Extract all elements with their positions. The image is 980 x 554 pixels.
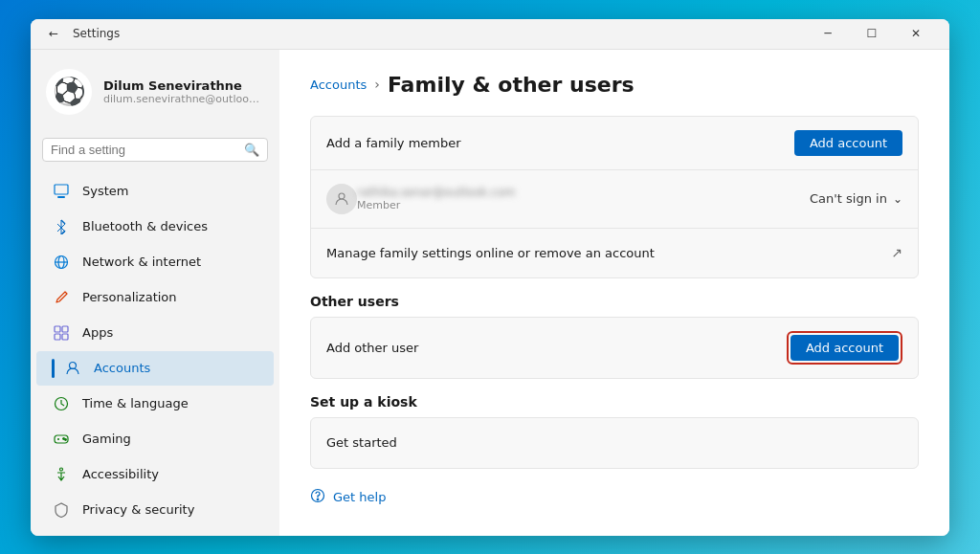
search-box[interactable]: 🔍 [42,138,268,162]
page-title: Family & other users [388,73,635,97]
titlebar: ← Settings ─ ☐ ✕ [31,19,949,50]
member-role: Member [357,199,810,211]
sidebar-item-accessibility[interactable]: Accessibility [36,457,274,492]
svg-rect-0 [55,185,68,194]
user-name: Dilum Senevirathne [103,78,264,93]
accounts-icon [63,359,82,378]
search-input[interactable] [51,143,238,157]
svg-point-16 [63,437,65,439]
accessibility-icon [52,465,71,484]
window-content: ⚽ Dilum Senevirathne dilum.senevirathne@… [31,50,949,536]
sidebar-label-network: Network & internet [82,255,201,269]
sidebar-item-update[interactable]: Windows Update [36,528,274,536]
sidebar-item-bluetooth[interactable]: Bluetooth & devices [36,210,274,244]
svg-rect-8 [62,326,68,332]
sidebar-label-privacy: Privacy & security [82,502,194,517]
gaming-icon [52,430,71,449]
sidebar-label-accounts: Accounts [94,361,150,375]
sidebar-item-gaming[interactable]: Gaming [36,422,274,456]
other-users-card: Add other user Add account [310,317,919,379]
member-email: rathika.senar@outlook.com [357,186,810,199]
kiosk-section: Set up a kiosk Get started [310,394,919,469]
external-link-icon: ↗ [891,245,902,260]
time-icon [52,394,71,413]
cant-sign-in-button[interactable]: Can't sign in ⌄ [810,191,902,206]
system-icon [52,182,71,201]
sidebar-label-personalization: Personalization [82,290,177,304]
manage-family-row[interactable]: Manage family settings online or remove … [311,228,918,277]
avatar: ⚽ [46,69,92,115]
sidebar-item-accounts[interactable]: Accounts [36,351,274,386]
kiosk-get-started-label: Get started [326,435,902,450]
add-other-user-label: Add other user [326,341,775,355]
svg-point-18 [60,468,63,471]
search-icon: 🔍 [244,143,259,157]
bluetooth-icon [52,217,71,236]
sidebar-item-privacy[interactable]: Privacy & security [36,493,274,527]
chevron-down-icon: ⌄ [893,192,902,206]
active-indicator [52,359,55,378]
add-other-user-row: Add other user Add account [311,318,918,378]
add-family-account-button[interactable]: Add account [794,130,902,156]
sidebar: ⚽ Dilum Senevirathne dilum.senevirathne@… [31,50,279,536]
maximize-button[interactable]: ☐ [850,19,894,50]
sidebar-label-time: Time & language [82,396,189,410]
add-family-row: Add a family member Add account [311,117,918,169]
get-help-link[interactable]: Get help [310,488,919,507]
breadcrumb-separator: › [374,77,380,92]
nav-list: System Bluetooth & devices Network & int… [31,173,279,536]
user-email: dilum.senevirathne@outlook.com [103,93,264,105]
family-member-row: rathika.senar@outlook.com Member Can't s… [311,169,918,228]
kiosk-header: Set up a kiosk [310,394,919,410]
get-help-icon [310,488,325,507]
sidebar-label-apps: Apps [82,325,113,340]
manage-family-label: Manage family settings online or remove … [326,246,891,260]
other-users-header: Other users [310,294,919,309]
svg-point-22 [317,499,319,500]
breadcrumb-accounts-link[interactable]: Accounts [310,78,367,92]
family-section-card: Add a family member Add account rathika.… [310,116,919,278]
svg-rect-10 [62,334,68,340]
svg-rect-1 [57,196,65,198]
sidebar-label-accessibility: Accessibility [82,467,159,481]
kiosk-get-started-row: Get started [311,418,918,468]
svg-rect-9 [55,334,60,340]
add-family-label: Add a family member [326,136,794,150]
member-info: rathika.senar@outlook.com Member [357,186,810,211]
settings-window: ← Settings ─ ☐ ✕ ⚽ Dilum Senevirathne di… [31,19,949,536]
privacy-icon [52,500,71,520]
main-content: Accounts › Family & other users Add a fa… [279,50,949,536]
user-profile: ⚽ Dilum Senevirathne dilum.senevirathne@… [31,57,279,126]
add-other-user-button[interactable]: Add account [791,335,899,361]
sidebar-item-time[interactable]: Time & language [36,387,274,421]
svg-point-20 [339,193,345,199]
highlighted-add-button-wrapper: Add account [787,331,902,365]
breadcrumb: Accounts › Family & other users [310,73,919,97]
svg-line-2 [61,220,65,224]
personalization-icon [52,288,71,307]
sidebar-item-apps[interactable]: Apps [36,316,274,350]
apps-icon [52,323,71,343]
sidebar-item-network[interactable]: Network & internet [36,245,274,279]
sidebar-item-system[interactable]: System [36,174,274,209]
network-icon [52,253,71,272]
sidebar-label-gaming: Gaming [82,432,131,446]
svg-point-17 [65,438,67,440]
user-info: Dilum Senevirathne dilum.senevirathne@ou… [103,78,264,105]
svg-rect-7 [55,326,60,332]
sidebar-item-personalization[interactable]: Personalization [36,280,274,315]
back-button[interactable]: ← [42,22,65,45]
window-controls: ─ ☐ ✕ [806,19,938,50]
get-help-label: Get help [333,490,386,504]
window-title: Settings [73,27,806,40]
sidebar-label-bluetooth: Bluetooth & devices [82,219,208,233]
sidebar-label-system: System [82,184,128,198]
kiosk-card: Get started [310,417,919,469]
minimize-button[interactable]: ─ [806,19,850,50]
close-button[interactable]: ✕ [894,19,938,50]
member-avatar [326,184,357,214]
